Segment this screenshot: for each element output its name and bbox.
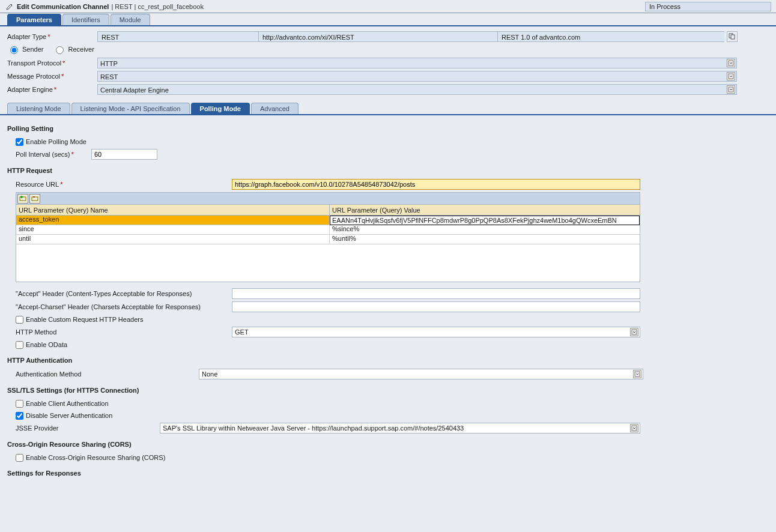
dropdown-icon (727, 72, 735, 80)
dropdown-icon (727, 59, 735, 67)
svg-rect-3 (729, 61, 733, 65)
client-auth-label: Enable Client Authentication (26, 400, 109, 407)
delete-row-button[interactable] (29, 194, 40, 204)
adapter-namespace-field: http://advantco.com/xi/XI/REST (258, 31, 497, 42)
table-row[interactable]: until %until% (16, 235, 640, 244)
enable-cors-label: Enable Cross-Origin Resource Sharing (CO… (26, 454, 165, 461)
cors-heading: Cross-Origin Resource Sharing (CORS) (7, 441, 769, 448)
table-header-value: URL Parameter (Query) Value (330, 205, 640, 215)
svg-rect-10 (632, 426, 637, 431)
jsse-provider-label: JSSE Provider (16, 425, 160, 432)
transport-protocol-select[interactable]: HTTP (97, 58, 737, 68)
polling-setting-heading: Polling Setting (7, 125, 769, 132)
resource-url-label: Resource URL* (16, 181, 232, 188)
dropdown-icon (630, 424, 638, 432)
custom-headers-checkbox[interactable] (16, 316, 23, 324)
enable-odata-label: Enable OData (26, 341, 67, 348)
sender-radio[interactable]: Sender (7, 44, 43, 54)
svg-rect-2 (731, 35, 735, 39)
accept-header-label: "Accept" Header (Content-Types Acceptabl… (16, 290, 232, 297)
url-params-table: URL Parameter (Query) Name URL Parameter… (16, 192, 640, 282)
message-protocol-label: Message Protocol* (7, 73, 97, 80)
tab-listening-mode[interactable]: Listening Mode (7, 103, 70, 114)
dropdown-icon (727, 85, 735, 94)
main-tabs: Parameters Identifiers Module (0, 13, 776, 26)
accept-header-input[interactable] (232, 288, 640, 299)
message-protocol-select[interactable]: REST (97, 71, 737, 82)
pencil-icon (5, 2, 14, 11)
tab-advanced[interactable]: Advanced (251, 103, 299, 114)
auth-method-select[interactable]: None (199, 369, 643, 379)
adapter-type-label: Adapter Type* (7, 33, 97, 40)
http-method-label: HTTP Method (16, 328, 232, 336)
jsse-provider-select[interactable]: SAP's SSL Library within Netweaver Java … (160, 423, 640, 434)
dropdown-icon (630, 328, 638, 336)
poll-interval-input[interactable] (91, 149, 157, 160)
add-row-button[interactable] (17, 194, 28, 204)
ssl-heading: SSL/TLS Settings (for HTTPS Connection) (7, 387, 769, 394)
page-title: Edit Communication Channel (17, 3, 109, 10)
table-row[interactable]: since %since% (16, 225, 640, 235)
svg-rect-6 (20, 197, 26, 201)
resource-url-input[interactable] (232, 179, 640, 190)
enable-polling-label: Enable Polling Mode (26, 138, 86, 145)
tab-parameters[interactable]: Parameters (7, 14, 61, 25)
table-header-name: URL Parameter (Query) Name (16, 205, 330, 215)
accept-charset-input[interactable] (232, 301, 640, 312)
svg-rect-7 (32, 197, 38, 201)
enable-cors-checkbox[interactable] (16, 454, 23, 462)
enable-polling-checkbox[interactable] (16, 138, 23, 146)
http-request-heading: HTTP Request (7, 167, 769, 174)
svg-rect-5 (729, 87, 733, 92)
tab-polling-mode[interactable]: Polling Mode (191, 103, 250, 114)
accept-charset-label: "Accept-Charset" Header (Charsets Accept… (16, 303, 232, 310)
enable-odata-checkbox[interactable] (16, 341, 23, 349)
adapter-engine-select[interactable]: Central Adapter Engine (97, 84, 737, 95)
custom-headers-label: Enable Custom Request HTTP Headers (26, 316, 143, 323)
disable-server-auth-checkbox[interactable] (16, 412, 23, 420)
responses-heading: Settings for Responses (7, 470, 769, 477)
adapter-select-button[interactable] (727, 31, 738, 42)
page-subtitle: | REST | cc_rest_poll_facebook (111, 3, 203, 10)
adapter-name-field: REST (97, 31, 258, 42)
tab-identifiers[interactable]: Identifiers (62, 14, 109, 25)
direction-radio-group: Sender Receiver (7, 43, 769, 56)
client-auth-checkbox[interactable] (16, 400, 23, 408)
http-method-select[interactable]: GET (232, 327, 640, 337)
table-row[interactable]: access_token EAANn4TqHvjikSqsfv6fjV5PflN… (16, 216, 640, 225)
page-header: Edit Communication Channel | REST | cc_r… (0, 0, 776, 13)
tab-module[interactable]: Module (111, 14, 150, 25)
svg-point-0 (11, 4, 12, 5)
adapter-engine-label: Adapter Engine* (7, 86, 97, 93)
svg-rect-9 (635, 372, 640, 376)
adapter-version-field: REST 1.0 of advantco.com (497, 31, 724, 42)
sub-tabs: Listening Mode Listening Mode - API Spec… (0, 102, 776, 115)
svg-rect-4 (729, 74, 733, 79)
disable-server-auth-label: Disable Server Authentication (26, 412, 112, 419)
poll-interval-label: Poll Interval (secs)* (16, 151, 88, 158)
transport-protocol-label: Transport Protocol* (7, 59, 97, 67)
dropdown-icon (633, 370, 641, 378)
tab-listening-api[interactable]: Listening Mode - API Specification (71, 103, 190, 114)
receiver-radio[interactable]: Receiver (53, 44, 94, 54)
status-badge: In Process (645, 2, 771, 11)
auth-method-label: Authentication Method (16, 370, 199, 378)
http-auth-heading: HTTP Authentication (7, 357, 769, 364)
svg-rect-8 (632, 330, 637, 334)
